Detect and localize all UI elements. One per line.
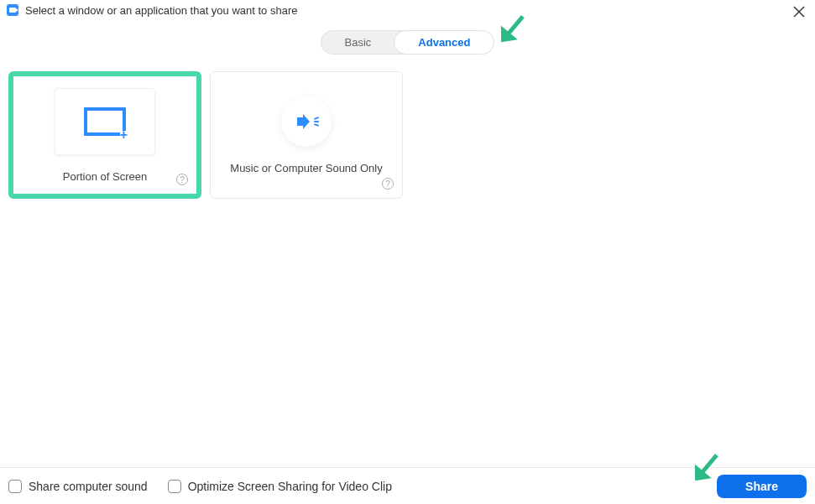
close-icon [793,6,805,18]
help-icon[interactable]: ? [176,174,188,185]
dialog-title: Select a window or an application that y… [25,4,297,17]
screen-portion-icon [84,107,126,136]
checkbox-label-optimize: Optimize Screen Sharing for Video Clip [188,480,392,493]
checkbox-optimize-video[interactable]: Optimize Screen Sharing for Video Clip [168,480,392,493]
tab-advanced[interactable]: Advanced [394,30,494,55]
checkbox-icon [8,480,22,493]
help-icon[interactable]: ? [382,178,394,190]
checkbox-icon [168,480,181,493]
tab-container: Basic Advanced [0,30,815,55]
option-label-portion: Portion of Screen [63,170,147,183]
dialog-header: Select a window or an application that y… [0,0,815,20]
sound-icon-box [281,96,332,147]
speaker-icon [297,112,316,131]
option-portion-of-screen[interactable]: Portion of Screen ? [8,71,201,199]
option-label-sound: Music or Computer Sound Only [230,162,382,174]
checkbox-share-sound[interactable]: Share computer sound [8,480,148,493]
option-music-sound[interactable]: Music or Computer Sound Only ? [210,71,403,199]
dialog-footer: Share computer sound Optimize Screen Sha… [0,467,815,504]
close-button[interactable] [793,5,805,20]
portion-icon-box [55,88,155,155]
share-button[interactable]: Share [717,475,807,498]
zoom-app-icon [7,4,18,16]
tab-group: Basic Advanced [321,30,495,55]
checkbox-label-share-sound: Share computer sound [29,480,148,493]
tab-basic[interactable]: Basic [321,31,395,54]
share-options-area: Portion of Screen ? Music or Computer So… [0,55,815,216]
